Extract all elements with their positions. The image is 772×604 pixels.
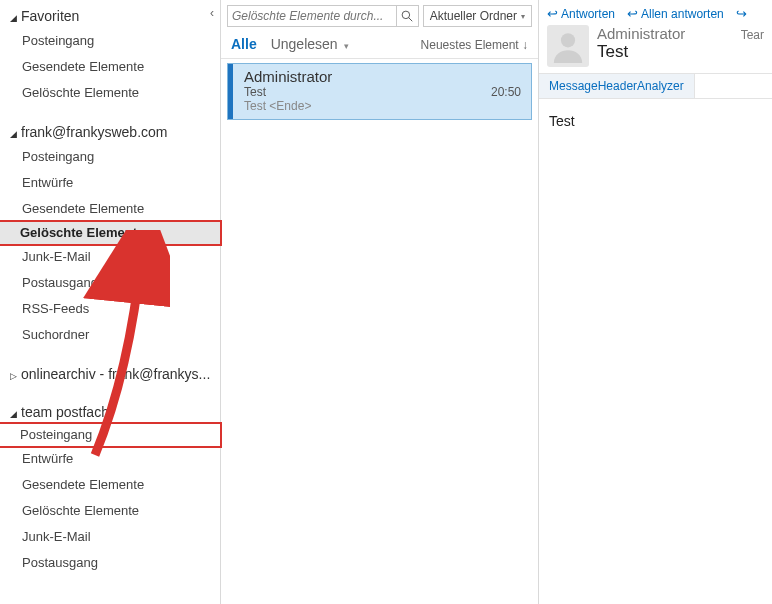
account2-header[interactable]: ▷onlinearchiv - frank@frankys... (0, 362, 220, 386)
account2-section: ▷onlinearchiv - frank@frankys... (0, 362, 220, 386)
message-subject: Test (244, 85, 266, 99)
account1-label: frank@frankysweb.com (21, 124, 167, 140)
reply-all-icon: ↩ (627, 6, 638, 21)
sort-dropdown[interactable]: Neuestes Element ↓ (421, 38, 528, 52)
collapse-sidebar-icon[interactable]: ‹ (210, 6, 214, 20)
addin-tabs: MessageHeaderAnalyzer (539, 73, 772, 99)
reply-icon: ↩ (547, 6, 558, 21)
acc3-item-entwuerfe[interactable]: Entwürfe (0, 446, 220, 472)
acc3-item-posteingang[interactable]: Posteingang (0, 422, 222, 448)
reading-subject: Test (597, 42, 764, 62)
search-input[interactable] (228, 9, 396, 23)
caret-right-icon: ▷ (10, 371, 17, 381)
acc1-item-junk[interactable]: Junk-E-Mail (0, 244, 220, 270)
message-time: 20:50 (491, 85, 521, 99)
chevron-down-icon: ▾ (521, 12, 525, 21)
mid-toolbar: Aktueller Ordner ▾ (221, 0, 538, 32)
reading-pane: ↩ Antworten ↩ Allen antworten ↪ Administ… (539, 0, 772, 604)
reply-all-button[interactable]: ↩ Allen antworten (627, 6, 724, 21)
svg-point-2 (561, 33, 575, 47)
reply-actions: ↩ Antworten ↩ Allen antworten ↪ (539, 0, 772, 23)
search-icon[interactable] (396, 6, 418, 26)
favorites-section: ◢Favoriten Posteingang Gesendete Element… (0, 4, 220, 106)
caret-down-icon: ◢ (10, 13, 17, 23)
filter-all[interactable]: Alle (231, 36, 257, 52)
fav-item-posteingang[interactable]: Posteingang (0, 28, 220, 54)
message-preview: Test <Ende> (244, 99, 521, 113)
account1-header[interactable]: ◢frank@frankysweb.com (0, 120, 220, 144)
account3-section: ◢team postfach Posteingang Entwürfe Gese… (0, 400, 220, 576)
search-scope-dropdown[interactable]: Aktueller Ordner ▾ (423, 5, 532, 27)
scope-label: Aktueller Ordner (430, 9, 517, 23)
acc3-item-gesendete[interactable]: Gesendete Elemente (0, 472, 220, 498)
reply-all-label: Allen antworten (641, 7, 724, 21)
account1-section: ◢frank@frankysweb.com Posteingang Entwür… (0, 120, 220, 348)
message-item[interactable]: Administrator Test 20:50 Test <Ende> (227, 63, 532, 120)
acc1-item-entwuerfe[interactable]: Entwürfe (0, 170, 220, 196)
team-label: Tear (741, 28, 764, 42)
search-box[interactable] (227, 5, 419, 27)
reading-from: Administrator (597, 25, 685, 42)
reply-button[interactable]: ↩ Antworten (547, 6, 615, 21)
forward-icon: ↪ (736, 6, 747, 21)
acc3-item-geloescht[interactable]: Gelöschte Elemente (0, 498, 220, 524)
fav-item-geloescht[interactable]: Gelöschte Elemente (0, 80, 220, 106)
filter-row: Alle Ungelesen ▾ Neuestes Element ↓ (221, 32, 538, 59)
avatar (547, 25, 589, 67)
tab-messageheaderanalyzer[interactable]: MessageHeaderAnalyzer (539, 74, 695, 98)
filter-unread[interactable]: Ungelesen (271, 36, 338, 52)
acc3-item-junk[interactable]: Junk-E-Mail (0, 524, 220, 550)
caret-down-icon: ◢ (10, 129, 17, 139)
message-from: Administrator (244, 68, 521, 85)
acc1-item-gesendete[interactable]: Gesendete Elemente (0, 196, 220, 222)
svg-line-1 (409, 18, 413, 22)
acc1-item-rss[interactable]: RSS-Feeds (0, 296, 220, 322)
acc1-item-geloescht[interactable]: Gelöschte Elemente (0, 220, 222, 246)
acc1-item-posteingang[interactable]: Posteingang (0, 144, 220, 170)
acc1-item-postausgang[interactable]: Postausgang (0, 270, 220, 296)
reading-header: Administrator Tear Test (539, 23, 772, 73)
selection-bar (228, 64, 233, 119)
acc1-item-suchordner[interactable]: Suchordner (0, 322, 220, 348)
chevron-down-icon[interactable]: ▾ (344, 41, 349, 51)
reading-body: Test (539, 99, 772, 143)
favorites-header[interactable]: ◢Favoriten (0, 4, 220, 28)
favorites-label: Favoriten (21, 8, 79, 24)
account3-header[interactable]: ◢team postfach (0, 400, 220, 424)
folder-tree: ‹ ◢Favoriten Posteingang Gesendete Eleme… (0, 0, 221, 604)
forward-button[interactable]: ↪ (736, 6, 747, 21)
caret-down-icon: ◢ (10, 409, 17, 419)
fav-item-gesendete[interactable]: Gesendete Elemente (0, 54, 220, 80)
account2-label: onlinearchiv - frank@frankys... (21, 366, 210, 382)
reply-label: Antworten (561, 7, 615, 21)
account3-label: team postfach (21, 404, 109, 420)
message-list-pane: Aktueller Ordner ▾ Alle Ungelesen ▾ Neue… (221, 0, 539, 604)
acc3-item-postausgang[interactable]: Postausgang (0, 550, 220, 576)
